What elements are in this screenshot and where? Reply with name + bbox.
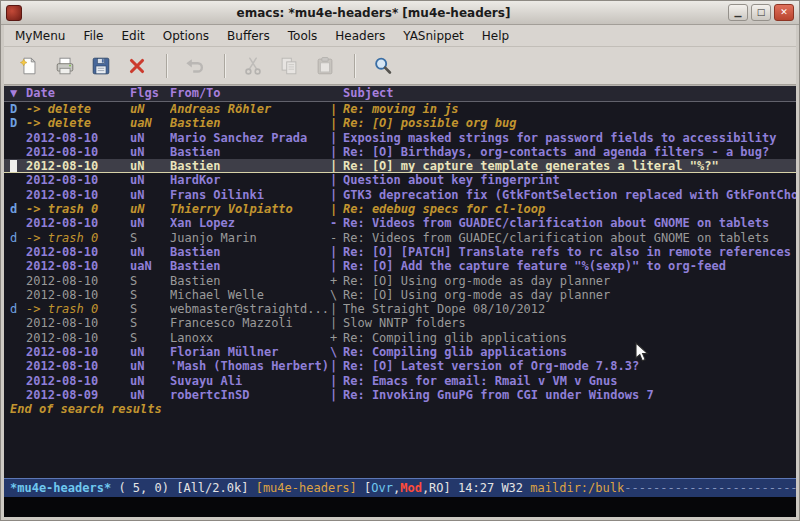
menu-mymenu[interactable]: MyMenu: [6, 27, 74, 45]
message-from: Juanjo Marin: [170, 231, 330, 245]
column-header-flags[interactable]: Flgs: [130, 86, 170, 101]
message-from: Bastien: [170, 116, 330, 130]
toolbar-separator: [224, 54, 226, 78]
modeline-segment-plain: 14:27: [458, 481, 501, 495]
message-row[interactable]: 2012-08-10uNBastien|Re: [O] Birthdays, o…: [4, 145, 796, 159]
message-flags: S: [130, 302, 170, 316]
maximize-button[interactable]: □: [751, 4, 771, 21]
menu-edit[interactable]: Edit: [113, 27, 154, 45]
message-subject: Re: [O] [PATCH] Translate refs to rc als…: [343, 245, 796, 259]
message-from: Thierry Volpiatto: [170, 202, 330, 216]
message-mark: [10, 159, 26, 172]
message-sep: |: [330, 388, 343, 402]
message-row[interactable]: 2012-08-10uaNBastien|Re: [O] Add the cap…: [4, 259, 796, 273]
cut-button[interactable]: [236, 51, 269, 81]
message-date: 2012-08-10: [26, 216, 130, 230]
message-subject: Re: Videos from GUADEC/clarification abo…: [343, 216, 796, 230]
message-row[interactable]: 2012-08-10uNFlorian Müllner\Re: Compilin…: [4, 345, 796, 359]
copy-button[interactable]: [272, 51, 305, 81]
message-subject: Exposing masked strings for password fie…: [343, 131, 796, 145]
message-subject: The Straight Dope 08/10/2012: [343, 302, 796, 316]
message-row[interactable]: d-> trash 0SJuanjo Marin-Re: Videos from…: [4, 231, 796, 245]
message-date: 2012-08-10: [26, 345, 130, 359]
message-subject: Re: Emacs for email: Rmail v VM v Gnus: [343, 374, 796, 388]
message-row[interactable]: 2012-08-10uNHardKor|Question about key f…: [4, 173, 796, 187]
message-mark: [10, 388, 26, 402]
message-row[interactable]: 2012-08-10SMichael Welle\Re: [O] Using o…: [4, 288, 796, 302]
message-row[interactable]: d-> trash 0uNThierry Volpiatto|Re: edebu…: [4, 202, 796, 216]
message-row[interactable]: 2012-08-10uN'Mash (Thomas Herbert)|Re: […: [4, 359, 796, 373]
message-row[interactable]: 2012-08-10uNXan Lopez-Re: Videos from GU…: [4, 216, 796, 230]
message-row[interactable]: D-> deleteuNAndreas Röhler|Re: moving in…: [4, 102, 796, 116]
message-from: Bastien: [170, 245, 330, 259]
message-mark: d: [10, 302, 26, 316]
sort-direction-icon[interactable]: ▼: [10, 86, 26, 101]
message-subject: GTK3 deprecation fix (GtkFontSelection r…: [343, 188, 796, 202]
message-row[interactable]: D-> deleteuaNBastien|Re: [O] possible or…: [4, 116, 796, 130]
toolbar-separator: [354, 54, 356, 78]
modeline[interactable]: *mu4e-headers* ( 5, 0) [All/2.0k] [mu4e-…: [4, 478, 796, 497]
message-date: -> delete: [26, 102, 130, 116]
save-button[interactable]: [84, 51, 117, 81]
message-flags: uN: [130, 216, 170, 230]
menu-tools[interactable]: Tools: [279, 27, 327, 45]
paste-button[interactable]: [308, 51, 341, 81]
message-row[interactable]: 2012-08-10SFrancesco Mazzoli|Slow NNTP f…: [4, 316, 796, 330]
message-row[interactable]: 2012-08-10SBastien+Re: [O] Using org-mod…: [4, 274, 796, 288]
message-from: Bastien: [170, 259, 330, 273]
message-date: 2012-08-10: [26, 188, 130, 202]
message-subject: Re: moving in js: [343, 102, 796, 116]
titlebar[interactable]: emacs: *mu4e-headers* [mu4e-headers] ▁ □…: [1, 1, 799, 25]
message-sep: |: [330, 259, 343, 273]
message-flags: uN: [130, 374, 170, 388]
headers-columns-bar: ▼ Date Flgs From/To Subject: [4, 85, 796, 102]
echo-area[interactable]: [4, 497, 796, 517]
column-header-from[interactable]: From/To: [170, 86, 330, 101]
message-mark: [10, 259, 26, 273]
message-sep: \: [330, 288, 343, 302]
message-mark: [10, 145, 26, 159]
message-flags: S: [130, 316, 170, 330]
message-row[interactable]: 2012-08-10uNMario Sanchez Prada|Exposing…: [4, 131, 796, 145]
message-list: D-> deleteuNAndreas Röhler|Re: moving in…: [4, 102, 796, 478]
menu-help[interactable]: Help: [473, 27, 518, 45]
menu-options[interactable]: Options: [154, 27, 218, 45]
window-icon[interactable]: [6, 5, 22, 21]
message-row[interactable]: 2012-08-10uNFrans Oilinki|GTK3 deprecati…: [4, 188, 796, 202]
new-file-icon: [18, 55, 40, 77]
minimize-button[interactable]: ▁: [728, 4, 748, 21]
message-row[interactable]: 2012-08-10SLanoxx+Re: Compiling glib app…: [4, 331, 796, 345]
message-sep: |: [330, 159, 343, 172]
close-button[interactable]: ✕: [774, 4, 794, 21]
modeline-segment-plain: W32: [501, 481, 530, 495]
message-mark: D: [10, 116, 26, 130]
new-file-button[interactable]: [12, 51, 45, 81]
menu-yasnippet[interactable]: YASnippet: [394, 27, 473, 45]
message-row[interactable]: 2012-08-10uNBastien|Re: [O] my capture t…: [4, 159, 796, 173]
message-mark: [10, 359, 26, 373]
toolbar: [4, 47, 796, 85]
column-header-subject[interactable]: Subject: [343, 86, 796, 101]
save-icon: [90, 55, 112, 77]
cut-icon: [242, 55, 264, 77]
message-mark: D: [10, 102, 26, 116]
message-row[interactable]: 2012-08-10uNBastien|Re: [O] [PATCH] Tran…: [4, 245, 796, 259]
undo-button[interactable]: [178, 51, 211, 81]
message-row[interactable]: d-> trash 0Swebmaster@straightd...|The S…: [4, 302, 796, 316]
menu-buffers[interactable]: Buffers: [218, 27, 279, 45]
message-from: Bastien: [170, 274, 330, 288]
menu-headers[interactable]: Headers: [326, 27, 394, 45]
column-header-date[interactable]: Date: [26, 86, 130, 101]
menu-file[interactable]: File: [74, 27, 112, 45]
message-flags: uN: [130, 131, 170, 145]
message-row[interactable]: 2012-08-09uNrobertcInSD|Re: Invoking Gnu…: [4, 388, 796, 402]
print-button[interactable]: [48, 51, 81, 81]
message-flags: uN: [130, 359, 170, 373]
search-button[interactable]: [366, 51, 399, 81]
headers-buffer[interactable]: ▼ Date Flgs From/To Subject D-> deleteuN…: [4, 85, 796, 478]
message-row[interactable]: 2012-08-10uNSuvayu Ali|Re: Emacs for ema…: [4, 374, 796, 388]
message-flags: uN: [130, 245, 170, 259]
modeline-segment-mode: [mu4e-headers]: [256, 481, 364, 495]
close-buffer-button[interactable]: [120, 51, 153, 81]
message-from: 'Mash (Thomas Herbert): [170, 359, 330, 373]
